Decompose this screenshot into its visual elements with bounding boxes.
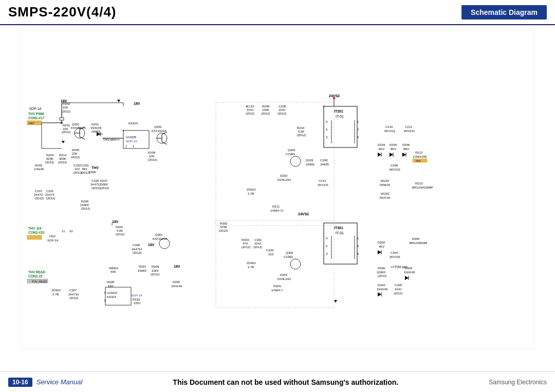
svg-text:104J: 104J <box>247 108 253 111</box>
svg-text:2.7B: 2.7B <box>52 293 59 296</box>
svg-text:R207: R207 <box>100 179 108 182</box>
svg-text:(2012): (2012) <box>378 274 386 277</box>
svg-text:Q202: Q202 <box>154 125 162 128</box>
main-content: MBLANC-HVPS THV PWM CON2-#17 7407 SOP-14… <box>0 25 555 375</box>
svg-text:C208: C208 <box>320 159 328 162</box>
svg-text:100: 100 <box>63 106 68 109</box>
svg-text:8KV: 8KV <box>391 147 396 151</box>
svg-text:C115: C115 <box>247 105 254 108</box>
svg-text:8KV: 8KV <box>403 147 409 151</box>
svg-text:R303: R303 <box>242 238 249 241</box>
svg-text:(2012): (2012) <box>91 186 100 190</box>
svg-text:104J: 104J <box>395 288 401 291</box>
svg-text:2: 2 <box>125 145 127 148</box>
service-manual-label: Service Manual <box>36 378 83 386</box>
svg-text:R213: R213 <box>415 182 423 185</box>
svg-text:1/4w2K: 1/4w2K <box>34 167 44 171</box>
svg-text:C307: C307 <box>69 289 77 292</box>
svg-text:(2012): (2012) <box>69 296 78 300</box>
page-title: SMPS-220V(4/4) <box>8 4 117 20</box>
svg-text:R307: R307 <box>139 265 146 268</box>
svg-text:(SMD): (SMD) <box>91 130 100 133</box>
svg-text:(2012): (2012) <box>58 161 67 164</box>
svg-text:D301: D301 <box>280 273 288 276</box>
svg-text:R212: R212 <box>415 151 423 154</box>
svg-text:3KV151: 3KV151 <box>390 255 401 258</box>
svg-text:470K: 470K <box>220 226 227 229</box>
svg-text:C306: C306 <box>133 244 140 247</box>
svg-text:5: 5 <box>104 291 106 294</box>
svg-text:KST2222A: KST2222A <box>153 237 168 240</box>
svg-text:7407: 7407 <box>49 235 56 238</box>
svg-text:(2012): (2012) <box>62 110 70 113</box>
svg-text:IT301: IT301 <box>334 226 343 230</box>
svg-text:22K: 22K <box>72 152 78 155</box>
svg-text:11: 11 <box>62 230 65 233</box>
svg-text:Q201: Q201 <box>72 123 80 126</box>
svg-text:INDEX: INDEX <box>109 267 118 270</box>
svg-text:1/4W4.7J: 1/4W4.7J <box>270 209 283 212</box>
svg-text:1/2W100K: 1/2W100K <box>413 155 427 158</box>
svg-text:2A473: 2A473 <box>45 193 54 196</box>
svg-text:R309: R309 <box>152 265 159 268</box>
svg-text:104J: 104J <box>254 242 261 245</box>
svg-text:R201: R201 <box>63 124 70 127</box>
svg-text:R306: R306 <box>378 267 385 270</box>
svg-text:THV -EA: THV -EA <box>28 227 42 230</box>
svg-text:(2012): (2012) <box>253 246 262 249</box>
svg-text:330KF: 330KF <box>99 183 108 186</box>
page-header: SMPS-220V(4/4) Schematic Diagram <box>0 0 555 25</box>
svg-text:2A681: 2A681 <box>320 163 329 166</box>
svg-text:1N4148: 1N4148 <box>171 285 182 288</box>
svg-text:R305: R305 <box>412 237 420 240</box>
schematic-svg: THV PWM CON2-#17 7407 SOP-14 R202 100 (2… <box>21 30 534 349</box>
svg-text:C205: C205 <box>91 179 99 182</box>
svg-point-264 <box>123 130 124 132</box>
svg-text:1N4148: 1N4148 <box>377 288 388 291</box>
svg-text:470: 470 <box>243 242 248 245</box>
svg-text:D202: D202 <box>280 174 288 177</box>
svg-text:IT-01: IT-01 <box>336 115 344 118</box>
svg-text:6: 6 <box>104 299 106 302</box>
svg-text:D205: D205 <box>390 143 397 146</box>
svg-text:(2012): (2012) <box>278 112 286 115</box>
svg-text:C304: C304 <box>391 251 398 254</box>
svg-point-263 <box>61 122 63 124</box>
svg-text:(2012): (2012) <box>35 197 44 200</box>
svg-text:ohm: ohm <box>416 159 421 162</box>
svg-text:D201: D201 <box>91 123 99 126</box>
svg-text:SOP-14: SOP-14 <box>47 239 59 242</box>
svg-text:100K: 100K <box>89 171 96 174</box>
svg-text:R301: R301 <box>116 226 123 229</box>
svg-text:10KF: 10KF <box>152 269 159 272</box>
svg-text:C201: C201 <box>46 190 54 193</box>
svg-text:104J: 104J <box>279 108 285 111</box>
svg-text:C212: C212 <box>319 179 326 182</box>
svg-text:KA324: KA324 <box>107 295 117 298</box>
svg-text:R304: R304 <box>273 285 281 288</box>
svg-text:THV_READ: THV_READ <box>32 280 47 283</box>
footer-left: 10-16 Service Manual <box>8 378 82 387</box>
footer-disclaimer: This Document can not be used without Sa… <box>173 378 398 386</box>
svg-text:D206: D206 <box>402 143 410 146</box>
svg-text:(2012): (2012) <box>242 246 250 249</box>
svg-text:1/4W4.7: 1/4W4.7 <box>271 289 283 292</box>
svg-text:THV: THV <box>91 166 99 170</box>
svg-text:C209: C209 <box>391 164 398 167</box>
svg-text:6KV221: 6KV221 <box>384 129 396 133</box>
svg-text:VA202: VA202 <box>380 192 390 195</box>
svg-text:(2012): (2012) <box>46 197 55 200</box>
svg-text:Q302: Q302 <box>286 251 293 254</box>
svg-text:18V: 18V <box>61 99 67 103</box>
svg-text:24VS2: 24VS2 <box>329 94 340 98</box>
svg-text:150J: 150J <box>134 302 140 305</box>
svg-text:C301: C301 <box>254 238 262 241</box>
svg-text:D204: D204 <box>378 143 385 146</box>
svg-text:U102/A: U102/A <box>107 291 117 294</box>
svg-text:C2383: C2383 <box>284 255 293 258</box>
diagram-badge: Schematic Diagram <box>461 5 547 20</box>
svg-text:6KV221: 6KV221 <box>390 168 401 171</box>
svg-text:6KV221: 6KV221 <box>404 129 415 133</box>
svg-text:R308: R308 <box>107 281 115 284</box>
svg-text:820K: 820K <box>46 157 53 160</box>
